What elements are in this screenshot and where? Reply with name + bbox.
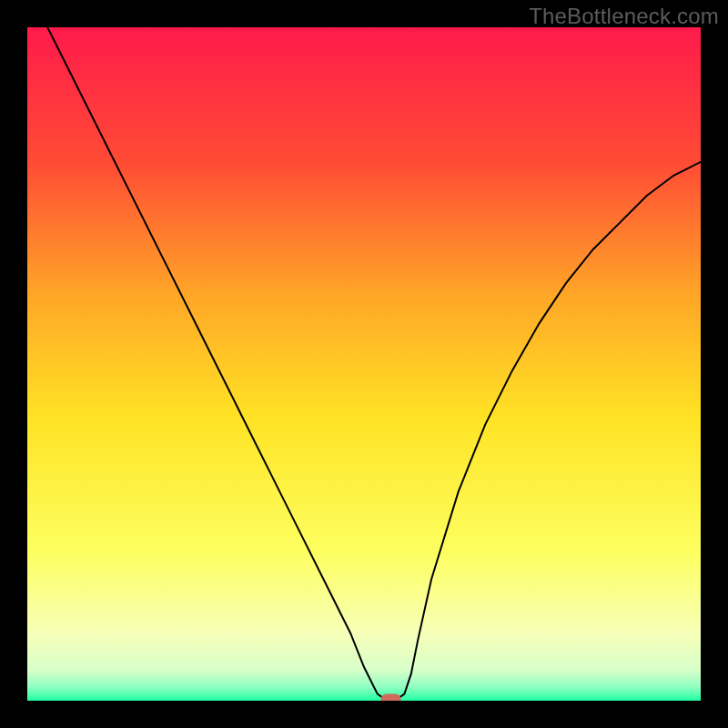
markers — [381, 694, 401, 702]
chart-plot-area — [27, 27, 701, 701]
chart-background — [27, 27, 701, 701]
watermark-text: TheBottleneck.com — [529, 4, 719, 29]
optimum-marker — [381, 694, 401, 702]
chart-svg — [27, 27, 701, 701]
chart-frame: TheBottleneck.com — [0, 0, 728, 728]
